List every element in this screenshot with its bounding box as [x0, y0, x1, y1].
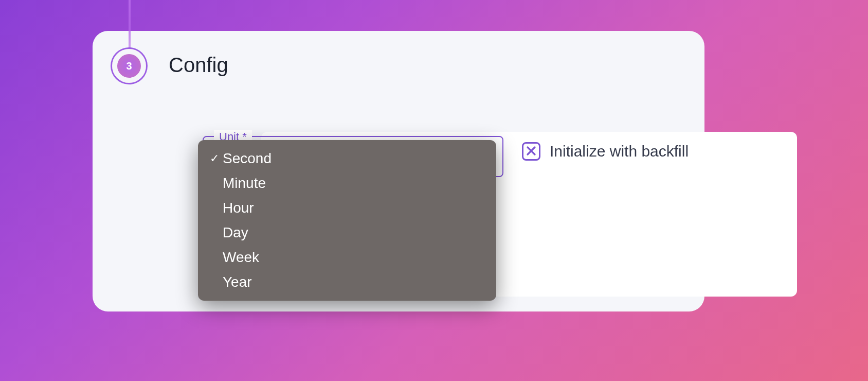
- x-icon: [526, 144, 536, 159]
- step-title: Config: [169, 54, 228, 77]
- unit-option-label: Week: [223, 249, 486, 266]
- step-number: 3: [126, 60, 132, 72]
- unit-option-day[interactable]: Day: [198, 220, 496, 245]
- unit-option-week[interactable]: Week: [198, 245, 496, 270]
- unit-option-label: Year: [223, 274, 486, 290]
- unit-option-hour[interactable]: Hour: [198, 196, 496, 220]
- backfill-label: Initialize with backfill: [550, 143, 689, 160]
- backfill-checkbox-container[interactable]: Initialize with backfill: [522, 142, 689, 161]
- step-connector-line: [129, 0, 131, 50]
- step-number-badge: 3: [112, 49, 146, 83]
- unit-option-label: Hour: [223, 200, 486, 216]
- unit-option-label: Day: [223, 224, 486, 241]
- unit-option-label: Second: [223, 150, 486, 167]
- unit-option-label: Minute: [223, 175, 486, 192]
- unit-option-minute[interactable]: Minute: [198, 171, 496, 196]
- unit-option-second[interactable]: ✓ Second: [198, 146, 496, 171]
- backfill-checkbox[interactable]: [522, 142, 540, 161]
- unit-dropdown-menu[interactable]: ✓ Second Minute Hour Day Week Year: [198, 140, 496, 301]
- check-icon: ✓: [208, 152, 221, 165]
- unit-option-year[interactable]: Year: [198, 270, 496, 295]
